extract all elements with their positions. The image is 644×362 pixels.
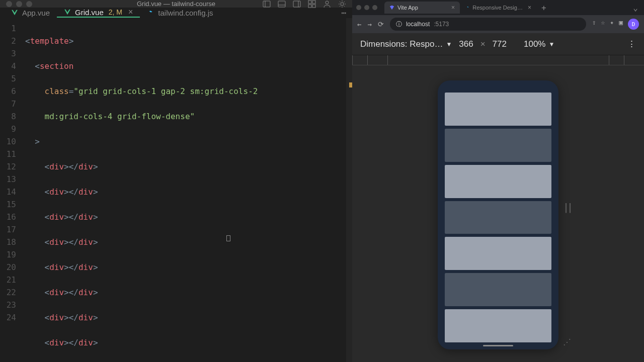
browser-pane: Vite App × Responsive Design - Tailwind … [352, 0, 644, 362]
devtools-device-toolbar: Dimensions: Respo… ▼ 366 × 772 100% ▼ ⋮ [352, 33, 644, 55]
tab-app-vue[interactable]: App.vue [4, 8, 57, 18]
cursor-icon [226, 235, 230, 241]
gear-icon[interactable] [338, 0, 346, 8]
maximize-window-icon[interactable] [372, 5, 377, 10]
url-input[interactable]: ⓘ localhost:5173 [390, 18, 586, 31]
extensions-icon[interactable]: ✦ [610, 19, 614, 30]
device-viewport: || ⋰ [352, 65, 644, 362]
dimensions-dropdown[interactable]: Dimensions: Respo… ▼ [360, 39, 452, 49]
grid-item [445, 309, 551, 342]
grid-item [445, 129, 551, 162]
close-icon[interactable]: × [128, 8, 133, 17]
device-frame[interactable] [438, 80, 558, 349]
new-tab-button[interactable]: + [537, 3, 550, 13]
minimize-window-icon[interactable] [364, 5, 369, 10]
more-options-icon[interactable]: ⋮ [627, 39, 636, 49]
editor-pane: Grid.vue — tailwind-course App.vue Grid.… [0, 0, 352, 362]
height-input[interactable]: 772 [493, 39, 507, 49]
code-editor[interactable]: 123456789101112131415161718192021222324 … [0, 18, 352, 362]
grid-item [445, 93, 551, 126]
resize-handle-icon[interactable]: || [563, 201, 571, 213]
close-icon[interactable]: × [528, 4, 531, 11]
minimap[interactable] [346, 18, 352, 362]
vue-icon [64, 9, 71, 16]
traffic-lights [6, 1, 32, 7]
more-actions-icon[interactable]: ⋯ [341, 8, 346, 18]
browser-tab-vite[interactable]: Vite App × [384, 2, 460, 14]
forward-button[interactable]: → [367, 20, 371, 28]
grid-item [445, 165, 551, 198]
tab-label: tailwind.config.js [158, 9, 213, 17]
grid-item [445, 201, 551, 234]
svg-rect-2 [278, 1, 285, 7]
corner-resize-icon[interactable]: ⋰ [563, 337, 571, 347]
tailwind-icon [466, 5, 469, 10]
app-preview [445, 93, 551, 342]
reload-button[interactable]: ⟳ [378, 20, 384, 28]
titlebar: Grid.vue — tailwind-course [0, 0, 352, 8]
tab-label: App.vue [22, 9, 50, 17]
share-icon[interactable]: ⇧ [592, 19, 596, 30]
code-content[interactable]: <template> <section class="grid grid-col… [25, 22, 352, 362]
zoom-dropdown[interactable]: 100% ▼ [524, 39, 554, 49]
width-input[interactable]: 366 [459, 39, 473, 49]
svg-rect-7 [312, 1, 315, 4]
close-window-icon[interactable] [356, 5, 361, 10]
minimize-window-icon[interactable] [16, 1, 22, 7]
tab-tailwind-config[interactable]: tailwind.config.js [140, 8, 220, 18]
layout-grid-icon[interactable] [308, 0, 316, 8]
tailwind-icon [147, 9, 154, 16]
back-button[interactable]: ← [357, 20, 361, 28]
grid-item [445, 237, 551, 270]
layout-panel-icon[interactable] [263, 0, 271, 8]
line-numbers: 123456789101112131415161718192021222324 [0, 22, 25, 362]
avatar[interactable]: D [628, 19, 639, 30]
bookmark-icon[interactable]: ☆ [601, 19, 605, 30]
svg-rect-9 [312, 5, 315, 8]
vite-icon [389, 5, 394, 10]
layout-right-icon[interactable] [293, 0, 301, 8]
vue-icon [11, 9, 18, 16]
address-bar: ← → ⟳ ⓘ localhost:5173 ⇧ ☆ ✦ ▣ D [352, 15, 644, 33]
svg-rect-6 [308, 1, 311, 4]
svg-rect-0 [263, 1, 270, 7]
times-icon: × [480, 39, 486, 49]
maximize-window-icon[interactable] [26, 1, 32, 7]
home-indicator-icon [483, 345, 513, 346]
svg-point-11 [341, 3, 344, 6]
tab-status: 2, M [109, 8, 122, 16]
tab-label: Grid.vue [75, 8, 104, 17]
editor-tabs: App.vue Grid.vue 2, M × tailwind.config.… [0, 8, 352, 18]
sidepanel-icon[interactable]: ▣ [619, 19, 623, 30]
info-icon[interactable]: ⓘ [396, 20, 402, 29]
close-window-icon[interactable] [6, 1, 12, 7]
browser-tab-strip: Vite App × Responsive Design - Tailwind … [352, 0, 644, 15]
chevron-down-icon: ▼ [548, 41, 554, 48]
chevron-down-icon: ▼ [446, 41, 452, 48]
account-icon[interactable] [323, 0, 331, 8]
tab-grid-vue[interactable]: Grid.vue 2, M × [57, 8, 140, 18]
layout-bottom-icon[interactable] [278, 0, 286, 8]
grid-item [445, 273, 551, 306]
ruler [352, 55, 644, 65]
svg-rect-8 [308, 5, 311, 8]
close-icon[interactable]: × [451, 4, 455, 11]
svg-point-10 [326, 1, 329, 4]
svg-rect-4 [293, 1, 300, 7]
browser-tab-tailwind[interactable]: Responsive Design - Tailwind × [461, 2, 536, 14]
chevron-down-icon[interactable]: ⌄ [633, 3, 638, 13]
